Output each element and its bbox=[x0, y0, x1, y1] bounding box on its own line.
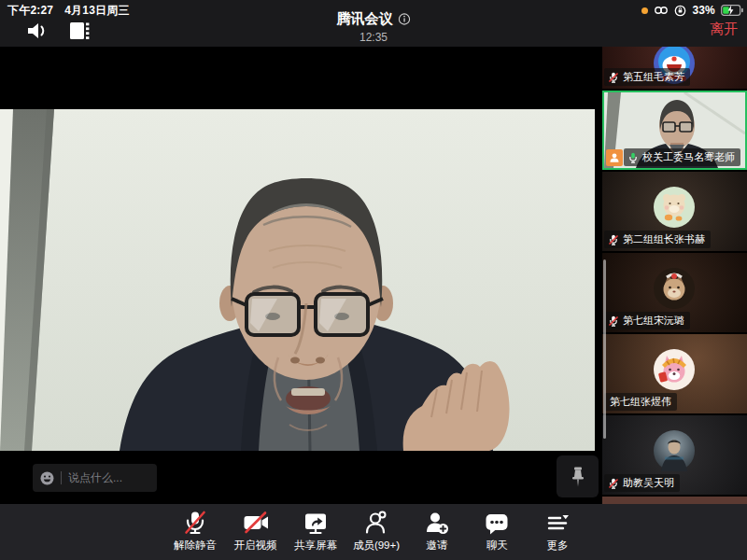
film-strip-icon bbox=[67, 20, 92, 42]
participant-name-bar: 校关工委马名骞老师 bbox=[624, 148, 740, 166]
toolbar-button-more[interactable]: 更多 bbox=[533, 510, 582, 553]
camera-view-button[interactable] bbox=[65, 18, 93, 44]
toolbar-button-members[interactable]: 成员(99+) bbox=[352, 510, 401, 553]
mic-muted-icon bbox=[608, 234, 619, 245]
person-add-icon bbox=[424, 510, 450, 536]
top-bar: 下午2:27 4月13日周三 33% bbox=[0, 0, 747, 47]
participant-tile-active-speaker[interactable]: 校关工委马名骞老师 bbox=[602, 91, 747, 170]
participant-name-bar: 第七组张煜伟 bbox=[604, 393, 677, 411]
more-lines-icon bbox=[544, 510, 571, 536]
toolbar-button-invite[interactable]: 邀请 bbox=[413, 510, 461, 553]
participant-tile[interactable]: 第七组宋沅璐 bbox=[602, 253, 747, 332]
avatar-cream-bear bbox=[654, 187, 695, 228]
mic-muted-icon bbox=[608, 72, 619, 83]
avatar-cat-photo bbox=[654, 268, 695, 309]
orientation-lock-icon bbox=[674, 5, 686, 17]
toolbar-button-chat[interactable]: 聊天 bbox=[472, 510, 521, 553]
emoji-icon bbox=[40, 471, 54, 485]
participant-name-bar: 第七组宋沅璐 bbox=[604, 312, 690, 329]
participant-tile-partial[interactable] bbox=[602, 497, 747, 504]
speaker-video-feed bbox=[0, 109, 595, 451]
battery-percent: 33% bbox=[692, 4, 715, 17]
participant-name-bar: 第五组毛素芳 bbox=[604, 68, 690, 86]
participant-tile[interactable]: 第七组张煜伟 bbox=[602, 334, 747, 413]
person-icon bbox=[608, 151, 621, 164]
bottom-toolbar: 解除静音 开启视频 共享屏幕 bbox=[0, 504, 747, 560]
chat-input[interactable]: 说点什么... bbox=[33, 464, 157, 492]
camera-slash-icon bbox=[243, 510, 269, 536]
battery-charging-icon bbox=[721, 5, 743, 16]
mic-muted-icon bbox=[608, 478, 619, 489]
participant-name-bar: 助教吴天明 bbox=[604, 474, 680, 492]
tencent-meeting-app: 下午2:27 4月13日周三 33% bbox=[0, 0, 747, 560]
participant-tile[interactable]: 助教吴天明 bbox=[602, 415, 747, 495]
participant-tile[interactable]: 第二组组长张书赫 bbox=[602, 172, 747, 251]
personal-hotspot-icon bbox=[654, 5, 669, 16]
participant-name-bar: 第二组组长张书赫 bbox=[604, 231, 711, 248]
info-icon[interactable] bbox=[399, 13, 411, 25]
mic-muted-icon bbox=[608, 315, 619, 327]
pushpin-icon bbox=[570, 467, 586, 487]
participant-tile[interactable]: 第五组毛素芳 bbox=[602, 47, 747, 89]
chat-bubble-icon bbox=[484, 510, 510, 536]
speaker-icon bbox=[26, 20, 50, 42]
participants-sidebar: 第五组毛素芳 bbox=[602, 47, 747, 504]
divider bbox=[61, 471, 62, 484]
sidebar-scrollbar[interactable] bbox=[603, 259, 606, 439]
elapsed-timer: 12:35 bbox=[337, 31, 411, 44]
pin-button[interactable] bbox=[557, 455, 599, 497]
microphone-slash-icon bbox=[182, 510, 208, 536]
meeting-title-block: 腾讯会议 12:35 bbox=[337, 10, 411, 44]
avatar-person-photo bbox=[654, 430, 695, 471]
toolbar-button-share-screen[interactable]: 共享屏幕 bbox=[291, 510, 340, 553]
mic-in-use-indicator bbox=[641, 7, 648, 14]
mic-active-icon bbox=[627, 152, 639, 163]
avatar-pink-fox bbox=[654, 349, 695, 390]
screen-share-icon bbox=[303, 510, 329, 536]
speaker-button[interactable] bbox=[24, 18, 52, 44]
main-video-stage[interactable]: 说点什么... bbox=[0, 47, 602, 504]
status-date: 4月13日周三 bbox=[64, 3, 129, 19]
page-title: 腾讯会议 bbox=[337, 10, 393, 28]
members-icon bbox=[363, 510, 389, 536]
status-time: 下午2:27 bbox=[7, 3, 53, 19]
toolbar-button-unmute[interactable]: 解除静音 bbox=[171, 510, 219, 553]
toolbar-button-start-video[interactable]: 开启视频 bbox=[232, 510, 280, 553]
host-badge bbox=[606, 149, 623, 166]
chat-placeholder: 说点什么... bbox=[68, 470, 122, 486]
leave-button[interactable]: 离开 bbox=[710, 21, 738, 38]
